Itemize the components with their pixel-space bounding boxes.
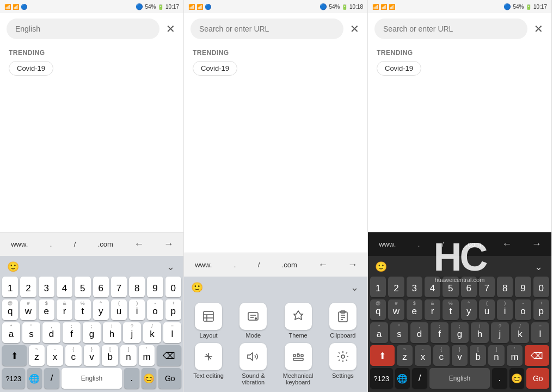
key-e-3[interactable]: $e — [407, 299, 422, 320]
key-v-3[interactable]: }v — [452, 345, 468, 366]
key-globe-1[interactable]: 🌐 — [27, 368, 42, 389]
key-n-3[interactable]: ]n — [488, 345, 505, 366]
key-globe-3[interactable]: 🌐 — [395, 368, 410, 389]
keyboard-collapse-icon-1[interactable]: ⌄ — [162, 258, 179, 275]
trending-chip-covid-2[interactable]: Covid-19 — [193, 61, 237, 76]
url-com-1[interactable]: .com — [95, 240, 116, 248]
key-b-1[interactable]: [b — [102, 345, 118, 366]
settings-item-mech-keyboard[interactable]: Mechanical keyboard — [278, 343, 318, 385]
key-b-3[interactable]: [b — [470, 345, 486, 366]
key-dot-3[interactable]: . — [492, 368, 507, 389]
key-emoji-1[interactable]: 😊 — [142, 368, 157, 389]
key-z-3[interactable]: ~z — [397, 345, 413, 366]
key-emoji-3[interactable]: 😊 — [509, 368, 525, 389]
key-s-1[interactable]: "s — [22, 322, 40, 343]
keyboard-emoji-icon-3[interactable]: 🙂 — [372, 258, 390, 275]
key-7-3[interactable]: 7 — [479, 277, 495, 297]
key-s-3[interactable]: "s — [390, 322, 408, 343]
key-g-3[interactable]: ;g — [451, 322, 469, 343]
key-x-1[interactable]: -x — [47, 345, 63, 366]
key-m-1[interactable]: 'm — [139, 345, 155, 366]
key-4-3[interactable]: 4 — [425, 277, 440, 297]
key-y-3[interactable]: ^y — [461, 299, 477, 320]
keyboard-collapse-icon-2[interactable]: ⌄ — [346, 279, 363, 296]
key-k-1[interactable]: /k — [143, 322, 161, 343]
key-n-1[interactable]: ]n — [120, 345, 137, 366]
key-q-1[interactable]: @q — [2, 299, 18, 320]
url-www-3[interactable]: www. — [376, 240, 399, 248]
key-2-3[interactable]: 2 — [388, 277, 404, 297]
keyboard-collapse-icon-3[interactable]: ⌄ — [530, 258, 547, 275]
key-c-3[interactable]: {c — [433, 345, 450, 366]
key-2-1[interactable]: 2 — [20, 277, 36, 297]
key-sym-3[interactable]: ?123 — [370, 368, 393, 389]
key-i-1[interactable]: )i — [129, 299, 145, 320]
settings-item-mode[interactable]: Mode — [233, 303, 273, 339]
key-a-1[interactable]: *a — [2, 322, 20, 343]
settings-item-sound[interactable]: Sound & vibration — [233, 343, 273, 385]
key-l-1[interactable]: =l — [163, 322, 181, 343]
key-1-3[interactable]: 1 — [370, 277, 386, 297]
url-slash-1[interactable]: / — [71, 240, 79, 248]
key-d-1[interactable]: ,d — [42, 322, 60, 343]
key-c-1[interactable]: {c — [65, 345, 82, 366]
key-3-1[interactable]: 3 — [39, 277, 54, 297]
key-go-1[interactable]: Go — [158, 368, 181, 389]
key-i-3[interactable]: )i — [497, 299, 513, 320]
url-forward-2[interactable]: → — [346, 259, 360, 271]
key-shift-3[interactable]: ⬆ — [370, 345, 395, 366]
trending-chip-covid-3[interactable]: Covid-19 — [377, 61, 421, 76]
key-j-1[interactable]: ?j — [123, 322, 141, 343]
close-button-1[interactable]: ✕ — [164, 22, 177, 35]
key-9-3[interactable]: 9 — [515, 277, 531, 297]
url-com-3[interactable]: .com — [463, 240, 484, 248]
url-www-1[interactable]: www. — [8, 240, 31, 248]
key-z-1[interactable]: ~z — [29, 345, 45, 366]
key-f-1[interactable]: :f — [63, 322, 81, 343]
key-j-3[interactable]: ?j — [491, 322, 509, 343]
url-back-2[interactable]: ← — [316, 259, 330, 271]
key-go-3[interactable]: Go — [526, 368, 549, 389]
key-d-3[interactable]: ,d — [410, 322, 428, 343]
settings-item-settings[interactable]: Settings — [323, 343, 363, 385]
key-backspace-1[interactable]: ⌫ — [157, 345, 181, 366]
url-dot-1[interactable]: . — [47, 240, 56, 248]
key-0-1[interactable]: 0 — [165, 277, 181, 297]
key-q-3[interactable]: @q — [370, 299, 386, 320]
url-slash-3[interactable]: / — [439, 240, 447, 248]
key-l-3[interactable]: =l — [531, 322, 549, 343]
key-x-3[interactable]: -x — [415, 345, 431, 366]
url-forward-3[interactable]: → — [530, 238, 544, 250]
key-o-3[interactable]: -o — [515, 299, 531, 320]
key-m-3[interactable]: 'm — [507, 345, 523, 366]
key-6-1[interactable]: 6 — [93, 277, 109, 297]
key-1-1[interactable]: 1 — [2, 277, 18, 297]
key-o-1[interactable]: -o — [147, 299, 163, 320]
key-8-1[interactable]: 8 — [129, 277, 145, 297]
key-3-3[interactable]: 3 — [407, 277, 422, 297]
key-9-1[interactable]: 9 — [147, 277, 163, 297]
settings-item-clipboard[interactable]: Clipboard — [323, 303, 363, 339]
url-slash-2[interactable]: / — [255, 261, 263, 269]
key-4-1[interactable]: 4 — [57, 277, 72, 297]
key-sym-1[interactable]: ?123 — [2, 368, 25, 389]
settings-item-theme[interactable]: Theme — [278, 303, 318, 339]
key-dot-1[interactable]: . — [124, 368, 139, 389]
search-input-3[interactable] — [374, 19, 527, 39]
key-t-1[interactable]: %t — [75, 299, 90, 320]
key-slash-3[interactable]: / — [412, 368, 427, 389]
url-dot-2[interactable]: . — [231, 261, 239, 269]
key-k-3[interactable]: /k — [511, 322, 529, 343]
search-input-2[interactable] — [191, 19, 343, 39]
key-0-3[interactable]: 0 — [533, 277, 549, 297]
key-space-1[interactable]: English — [62, 368, 122, 389]
keyboard-emoji-icon-2[interactable]: 🙂 — [188, 279, 206, 296]
key-w-3[interactable]: #w — [388, 299, 404, 320]
key-u-1[interactable]: (u — [111, 299, 127, 320]
url-back-1[interactable]: ← — [132, 238, 146, 250]
key-y-1[interactable]: ^y — [93, 299, 109, 320]
close-button-3[interactable]: ✕ — [532, 22, 545, 35]
key-p-3[interactable]: +p — [533, 299, 549, 320]
key-6-3[interactable]: 6 — [461, 277, 477, 297]
key-8-3[interactable]: 8 — [497, 277, 513, 297]
